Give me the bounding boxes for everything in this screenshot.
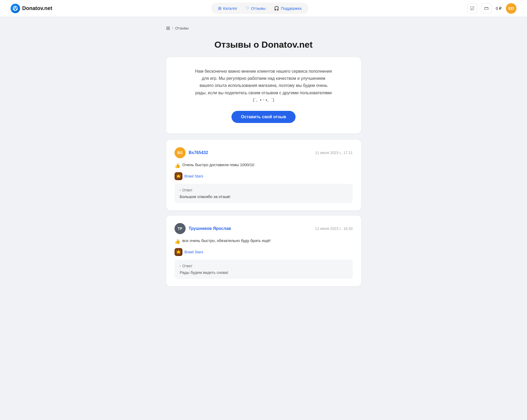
logo-icon <box>11 4 20 13</box>
reviewer-info: TP Трушников Ярослав <box>175 223 231 234</box>
reply-header: › Ответ <box>180 188 347 192</box>
archive-button[interactable]: 🗃 <box>481 3 491 13</box>
main-content: ⊞ \ Отзывы Отзывы о Donatov.net Нам беск… <box>161 17 366 307</box>
nav-support[interactable]: 🎧 Поддержка <box>270 4 305 12</box>
review-date: 11 июля 2023 г., 16:20 <box>315 226 352 231</box>
review-header: BS Bs765432 11 июля 2023 г., 17:11 <box>175 147 353 158</box>
reply-header: › Ответ <box>180 264 347 268</box>
reviews-list: BS Bs765432 11 июля 2023 г., 17:11 👍 Оче… <box>166 140 361 286</box>
main-nav: ⊞ Каталог ♡ Отзывы 🎧 Поддержка <box>211 3 308 14</box>
chevron-right-icon: › <box>180 188 181 192</box>
logo[interactable]: Donatov.net <box>11 4 52 13</box>
reply-text: Большое спасибо за отзыв! <box>180 194 347 199</box>
reviewer-avatar: TP <box>175 223 186 234</box>
intro-text: Нам бесконечно важно мнение клиентов наш… <box>195 68 332 103</box>
reply-block: › Ответ Большое спасибо за отзыв! <box>175 184 353 203</box>
cart-icon: ☑ <box>470 6 474 11</box>
game-name[interactable]: Brawl Stars <box>185 250 204 254</box>
chevron-right-icon: › <box>180 264 181 268</box>
logo-text: Donatov.net <box>22 5 52 11</box>
home-icon[interactable]: ⊞ <box>166 25 170 31</box>
user-avatar[interactable]: ED <box>506 3 516 14</box>
reviewer-name[interactable]: Трушников Ярослав <box>189 226 231 231</box>
reviewer-avatar: BS <box>175 147 186 158</box>
heart-icon: ♡ <box>246 6 249 11</box>
breadcrumb-current: Отзывы <box>175 26 188 30</box>
reviewer-name[interactable]: Bs765432 <box>189 150 208 155</box>
review-header: TP Трушников Ярослав 11 июля 2023 г., 16… <box>175 223 353 234</box>
archive-icon: 🗃 <box>484 6 489 11</box>
brawl-stars-icon <box>175 248 182 256</box>
cart-button[interactable]: ☑ <box>467 3 477 13</box>
review-card: BS Bs765432 11 июля 2023 г., 17:11 👍 Оче… <box>166 140 361 210</box>
breadcrumb: ⊞ \ Отзывы <box>166 25 361 31</box>
catalog-icon: ⊞ <box>218 6 221 11</box>
reviewer-info: BS Bs765432 <box>175 147 208 158</box>
headset-icon: 🎧 <box>274 6 279 11</box>
page-title: Отзывы о Donatov.net <box>166 39 361 50</box>
balance-display: 0 ₽ <box>496 6 502 11</box>
review-body: 👍 Очень быстро доставили гемы 1000/10 <box>175 162 353 169</box>
game-tag: Brawl Stars <box>175 172 353 180</box>
intro-card: Нам бесконечно важно мнение клиентов наш… <box>166 57 361 134</box>
review-card: TP Трушников Ярослав 11 июля 2023 г., 16… <box>166 216 361 286</box>
svg-point-3 <box>14 8 16 10</box>
header-right: ☑ 🗃 0 ₽ ED <box>467 3 516 14</box>
breadcrumb-separator: \ <box>172 26 173 30</box>
reply-text: Рады будем видеть снова! <box>180 270 347 275</box>
nav-reviews[interactable]: ♡ Отзывы <box>242 4 269 12</box>
game-tag: Brawl Stars <box>175 248 353 256</box>
review-body: 👍 все очень быстро, обязательно буду бра… <box>175 238 353 244</box>
svg-point-2 <box>16 7 17 9</box>
thumbs-up-icon: 👍 <box>175 239 180 244</box>
reply-block: › Ответ Рады будем видеть снова! <box>175 260 353 279</box>
game-name[interactable]: Brawl Stars <box>185 174 204 178</box>
review-date: 11 июля 2023 г., 17:11 <box>315 151 352 155</box>
svg-point-1 <box>14 7 15 9</box>
leave-review-button[interactable]: Оставить свой отзыв <box>231 111 296 123</box>
header: Donatov.net ⊞ Каталог ♡ Отзывы 🎧 Поддерж… <box>0 0 527 17</box>
nav-catalog[interactable]: ⊞ Каталог <box>214 4 241 12</box>
thumbs-up-icon: 👍 <box>175 163 180 169</box>
brawl-stars-icon <box>175 172 182 180</box>
